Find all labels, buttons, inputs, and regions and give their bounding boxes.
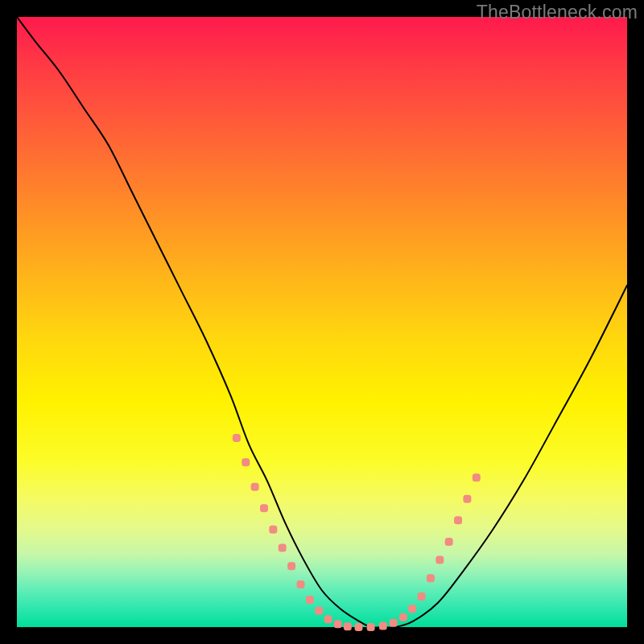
highlight-dot (287, 562, 295, 570)
bottleneck-curve (17, 17, 627, 628)
highlight-dot (427, 574, 435, 582)
highlight-dot (445, 538, 453, 546)
highlight-dot (269, 526, 277, 534)
highlight-dot (306, 596, 314, 604)
highlight-dot (296, 580, 304, 588)
highlight-dot (233, 434, 241, 442)
highlight-dot (279, 543, 287, 551)
highlight-dot (315, 607, 323, 615)
watermark-text: TheBottleneck.com (477, 2, 638, 23)
highlight-dot (390, 619, 398, 627)
highlight-dot (436, 556, 444, 564)
highlight-dot (354, 623, 362, 631)
highlight-dot (399, 613, 407, 621)
highlight-dot (454, 516, 462, 524)
highlight-dot (367, 623, 375, 631)
highlight-dot (344, 622, 352, 630)
highlight-dot (418, 592, 426, 601)
chart-overlay (17, 17, 627, 627)
highlight-dot (334, 620, 342, 628)
highlight-dot (408, 605, 416, 613)
highlight-dot (251, 483, 259, 491)
highlight-dot (379, 621, 387, 630)
highlight-dot (324, 615, 332, 623)
highlight-dot (463, 495, 471, 503)
highlight-dots (233, 434, 481, 631)
highlight-dot (473, 473, 481, 481)
highlight-dot (260, 504, 268, 512)
highlight-dot (242, 458, 250, 466)
